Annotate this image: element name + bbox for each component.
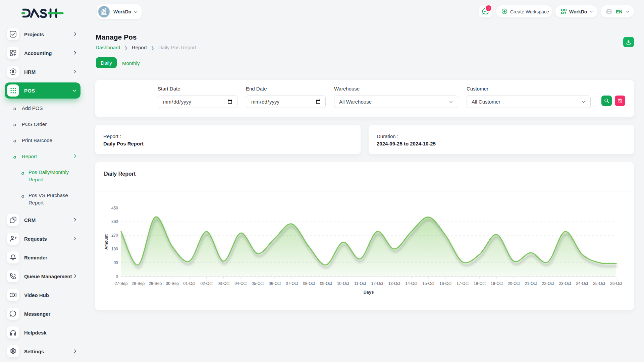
svg-text:18-Oct: 18-Oct [474, 281, 486, 286]
svg-text:Amount: Amount [104, 234, 109, 249]
svg-text:29-Sep: 29-Sep [149, 281, 162, 286]
svg-text:07-Oct: 07-Oct [286, 281, 298, 286]
svg-text:22-Oct: 22-Oct [542, 281, 554, 286]
svg-text:270: 270 [111, 233, 118, 238]
svg-text:23-Oct: 23-Oct [559, 281, 571, 286]
svg-text:21-Oct: 21-Oct [525, 281, 537, 286]
svg-text:450: 450 [111, 206, 118, 210]
svg-text:16-Oct: 16-Oct [439, 281, 452, 286]
svg-text:25-Oct: 25-Oct [593, 281, 605, 286]
svg-text:15-Oct: 15-Oct [422, 281, 435, 286]
svg-text:30-Sep: 30-Sep [166, 281, 179, 286]
svg-text:06-Oct: 06-Oct [269, 281, 281, 286]
svg-text:19-Oct: 19-Oct [491, 281, 503, 286]
svg-text:13-Oct: 13-Oct [388, 281, 400, 286]
svg-text:10-Oct: 10-Oct [337, 281, 350, 286]
svg-text:Days: Days [363, 290, 374, 295]
svg-text:14-Oct: 14-Oct [405, 281, 418, 286]
svg-text:04-Oct: 04-Oct [234, 281, 247, 286]
svg-text:05-Oct: 05-Oct [252, 281, 264, 286]
svg-text:28-Sep: 28-Sep [132, 281, 145, 286]
svg-text:24-Oct: 24-Oct [576, 281, 588, 286]
svg-text:02-Oct: 02-Oct [200, 281, 213, 286]
svg-text:20-Oct: 20-Oct [508, 281, 520, 286]
svg-text:360: 360 [111, 219, 118, 224]
svg-text:90: 90 [114, 260, 118, 265]
svg-text:03-Oct: 03-Oct [217, 281, 230, 286]
svg-text:11-Oct: 11-Oct [354, 281, 366, 286]
svg-text:0: 0 [116, 274, 118, 279]
svg-text:180: 180 [111, 247, 118, 251]
svg-text:01-Oct: 01-Oct [183, 281, 196, 286]
svg-text:08-Oct: 08-Oct [303, 281, 315, 286]
svg-text:09-Oct: 09-Oct [320, 281, 332, 286]
svg-text:27-Sep: 27-Sep [115, 281, 128, 286]
svg-text:17-Oct: 17-Oct [457, 281, 469, 286]
svg-text:26-Oct: 26-Oct [610, 281, 623, 286]
svg-text:12-Oct: 12-Oct [371, 281, 383, 286]
